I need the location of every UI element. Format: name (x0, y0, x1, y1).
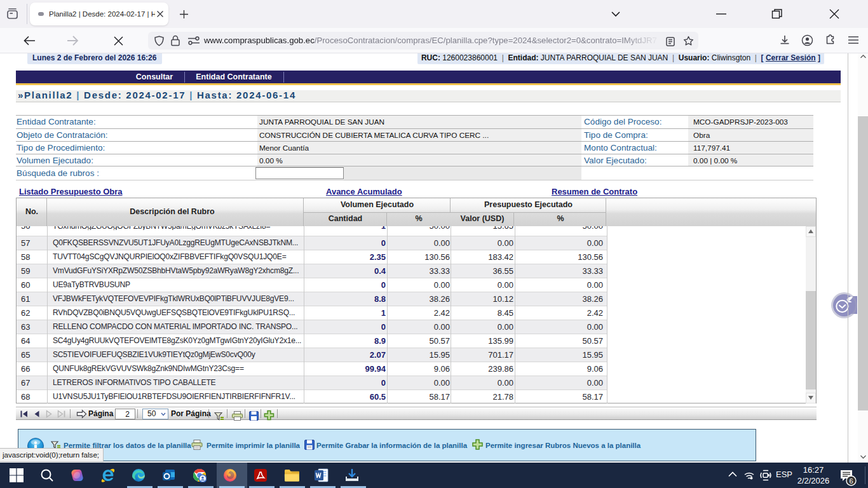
svg-text:6: 6 (849, 477, 853, 485)
